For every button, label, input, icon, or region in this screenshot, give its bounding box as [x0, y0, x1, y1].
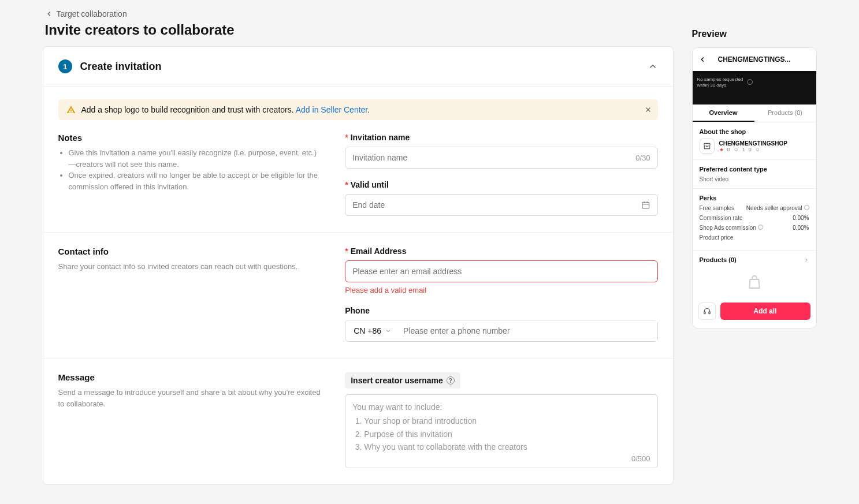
invitation-card: 1 Create invitation Add a shop logo to b… [43, 46, 674, 485]
valid-until-input[interactable] [352, 200, 641, 210]
invitation-name-counter: 0/30 [631, 154, 650, 162]
svg-rect-2 [642, 202, 649, 208]
products-heading: Products (0) [700, 256, 737, 263]
empty-bag-icon [693, 269, 816, 298]
notes-item: Once expired, creators will no longer be… [69, 170, 322, 192]
svg-rect-7 [708, 312, 709, 314]
step-title: Create invitation [80, 61, 162, 73]
valid-until-input-wrap[interactable] [345, 194, 657, 216]
pct-heading: Preferred content type [700, 166, 809, 173]
breadcrumb-label: Target collaboration [57, 9, 127, 18]
message-heading: Message [58, 372, 322, 382]
logo-banner: Add a shop logo to build recognition and… [58, 99, 658, 120]
collapse-toggle[interactable] [648, 61, 658, 72]
chip-label: Insert creator username [351, 376, 443, 385]
banner-period: . [367, 105, 370, 114]
preview-back-icon[interactable] [698, 55, 706, 64]
email-error: Please add a valid email [345, 286, 657, 294]
info-icon [747, 79, 753, 85]
pct-value: Short video [700, 176, 809, 182]
contact-heading: Contact info [58, 247, 322, 256]
notes-list: Give this invitation a name you'll easil… [58, 147, 322, 192]
calendar-icon [641, 200, 650, 210]
ads-label: Shop Ads commission [700, 225, 756, 231]
phone-cc-value: CN +86 [354, 326, 381, 335]
info-icon [804, 205, 809, 210]
help-icon: ? [447, 376, 455, 384]
tab-overview[interactable]: Overview [693, 104, 754, 122]
phone-input-wrap: CN +86 [345, 320, 657, 342]
add-all-button[interactable]: Add all [720, 303, 810, 320]
banner-text: Add a shop logo to build recognition and… [81, 105, 294, 114]
step-number-badge: 1 [58, 59, 72, 73]
breadcrumb[interactable]: Target collaboration [45, 9, 127, 18]
preview-phone-frame: CHENGMENGTINGS... No samples requested w… [692, 47, 817, 328]
shop-meta: ★0 ☺ 1 0☺ [719, 147, 787, 152]
invitation-name-input[interactable] [352, 153, 631, 162]
valid-until-label: *Valid until [345, 180, 657, 189]
add-in-seller-center-link[interactable]: Add in Seller Center [296, 105, 368, 114]
free-samples-label: Free samples [700, 205, 735, 211]
notes-item: Give this invitation a name you'll easil… [69, 147, 322, 170]
contact-desc: Share your contact info so invited creat… [58, 261, 322, 272]
support-button[interactable] [698, 303, 716, 320]
page-title: Invite creators to collaborate [45, 22, 674, 38]
free-samples-value: Needs seller approval [746, 205, 802, 211]
svg-rect-6 [704, 312, 705, 314]
email-input-wrap [345, 260, 657, 282]
invitation-name-input-wrap: 0/30 [345, 147, 657, 169]
product-price-label: Product price [700, 234, 734, 241]
email-input[interactable] [352, 267, 650, 276]
preview-hero: No samples requested within 30 days [693, 71, 816, 104]
ads-value: 0.00% [793, 225, 809, 231]
star-icon: ★ [719, 147, 724, 152]
info-icon [758, 225, 763, 230]
preview-title: Preview [692, 29, 817, 39]
preview-header-name: CHENGMENGTINGS... [717, 55, 790, 64]
chevron-down-icon [385, 327, 392, 334]
shop-icon [700, 139, 715, 154]
commission-label: Commission rate [700, 215, 743, 221]
email-label: *Email Address [345, 247, 657, 256]
tab-products[interactable]: Products (0) [754, 104, 816, 122]
close-banner-icon[interactable] [644, 106, 652, 114]
phone-country-code-select[interactable]: CN +86 [345, 320, 397, 341]
notes-heading: Notes [58, 133, 322, 143]
message-counter: 0/500 [631, 454, 650, 463]
insert-username-chip[interactable]: Insert creator username ? [345, 372, 460, 389]
chevron-right-icon [804, 257, 809, 263]
message-textarea[interactable]: You may want to include: Your shop or br… [345, 394, 657, 468]
message-placeholder: You may want to include: Your shop or br… [352, 401, 650, 454]
step-header: 1 Create invitation [43, 47, 673, 87]
shop-name: CHENGMENGTINGSHOP [719, 140, 787, 147]
chevron-left-icon [45, 10, 53, 18]
warning-icon [66, 105, 76, 114]
perks-heading: Perks [700, 195, 809, 201]
message-desc: Send a message to introduce yourself and… [58, 387, 322, 409]
invitation-name-label: *Invitation name [345, 133, 657, 142]
phone-label: Phone [345, 306, 657, 315]
preview-tabs: Overview Products (0) [693, 104, 816, 122]
about-shop-heading: About the shop [700, 128, 809, 135]
commission-value: 0.00% [793, 215, 809, 221]
products-row[interactable]: Products (0) [693, 251, 816, 269]
phone-input[interactable] [403, 320, 657, 341]
